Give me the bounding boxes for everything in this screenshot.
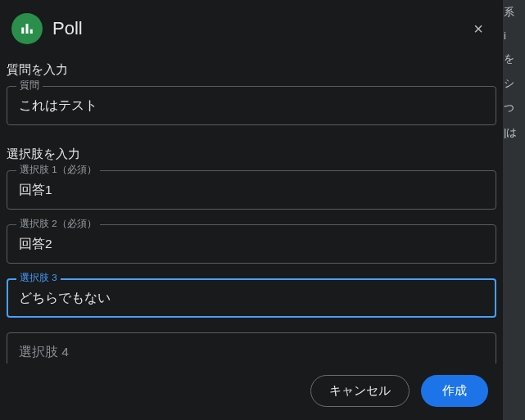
background-sidebar-sliver: 系iをシつ|は	[502, 0, 525, 420]
option-field-2: 選択肢 2（必須）	[7, 224, 496, 264]
dialog-body: 質問を入力 質問 選択肢を入力 選択肢 1（必須） 選択肢 2（必須） 選択肢 …	[0, 56, 503, 364]
poll-icon	[11, 13, 43, 44]
option-input-4[interactable]	[7, 332, 496, 364]
svg-rect-0	[21, 28, 24, 34]
option-field-3: 選択肢 3	[7, 278, 496, 318]
dialog-footer: キャンセル 作成	[0, 364, 503, 420]
create-button[interactable]: 作成	[421, 375, 488, 407]
option-label: 選択肢 3	[16, 272, 61, 284]
option-label: 選択肢 2（必須）	[16, 218, 100, 230]
close-icon: ×	[473, 20, 483, 38]
question-input[interactable]	[7, 86, 496, 125]
option-field-1: 選択肢 1（必須）	[7, 170, 496, 210]
option-input-2[interactable]	[7, 224, 496, 264]
question-field: 質問	[7, 86, 496, 125]
option-input-3[interactable]	[7, 278, 496, 318]
cancel-button[interactable]: キャンセル	[310, 375, 410, 407]
svg-rect-2	[30, 29, 33, 34]
close-button[interactable]: ×	[468, 19, 488, 38]
svg-rect-1	[26, 24, 29, 34]
poll-dialog: Poll × 質問を入力 質問 選択肢を入力 選択肢 1（必須） 選択肢 2（必…	[0, 0, 503, 420]
option-label: 選択肢 1（必須）	[16, 164, 100, 176]
question-field-label: 質問	[16, 79, 43, 92]
option-field-4	[7, 332, 496, 364]
dialog-header: Poll ×	[0, 0, 503, 56]
question-section-label: 質問を入力	[7, 56, 496, 86]
option-input-1[interactable]	[7, 170, 496, 210]
dialog-title: Poll	[52, 18, 83, 39]
